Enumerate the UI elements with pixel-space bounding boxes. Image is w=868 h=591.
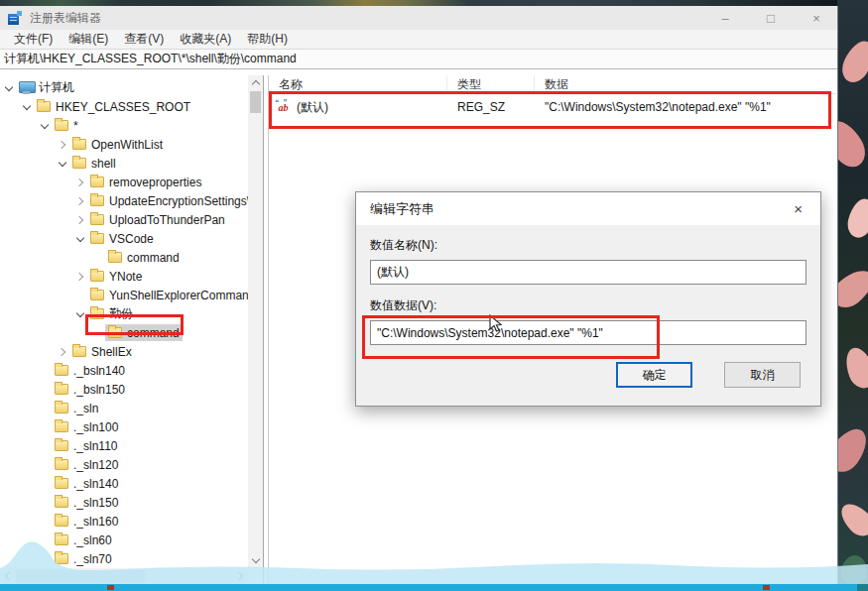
scroll-right-icon[interactable]	[233, 568, 248, 584]
value-data-cell: "C:\Windows\System32\notepad.exe" "%1"	[535, 100, 836, 114]
scroll-up-icon[interactable]	[248, 75, 263, 90]
tree-item-._sln100[interactable]: ._sln100	[0, 417, 248, 436]
tree-item-计算机[interactable]: 计算机	[0, 78, 248, 97]
scroll-down-icon[interactable]	[248, 553, 263, 568]
expander-down-icon[interactable]	[4, 82, 16, 94]
dialog-body: 数值名称(N): (默认) 数值数据(V): "C:\Windows\Syste…	[356, 225, 820, 388]
value-row[interactable]: ab(默认)REG_SZ"C:\Windows\System32\notepad…	[269, 97, 836, 117]
expander-right-icon[interactable]	[58, 139, 69, 151]
menu-item-0[interactable]: 文件(F)	[6, 31, 61, 48]
menu-item-4[interactable]: 帮助(H)	[239, 31, 296, 48]
tree-item-label: 勤份	[109, 305, 133, 322]
folder-icon	[55, 421, 68, 432]
vscroll-thumb[interactable]	[250, 91, 261, 113]
tree-item-label: ._sln	[73, 402, 98, 415]
tree-item-._sln70[interactable]: ._sln70	[0, 549, 248, 568]
tree-item-inner: ._sln120	[52, 456, 121, 473]
tree-item-label: ._sln100	[73, 420, 118, 434]
folder-icon	[55, 365, 68, 376]
value-data-input[interactable]: "C:\Windows\System32\notepad.exe" "%1"	[370, 320, 806, 345]
tree-item-label: UploadToThunderPan	[109, 213, 225, 227]
cancel-button[interactable]: 取消	[724, 362, 801, 388]
menu-item-3[interactable]: 收藏夹(A)	[172, 31, 239, 48]
tree-item-._sln160[interactable]: ._sln160	[0, 512, 248, 531]
tree-item-YNote[interactable]: YNote	[0, 267, 248, 286]
folder-icon	[72, 139, 86, 150]
tree-item-label: YunShellExplorerCommand	[109, 289, 248, 302]
tree-item-勤份[interactable]: 勤份	[0, 304, 248, 323]
tree-item-OpenWithList[interactable]: OpenWithList	[0, 135, 248, 154]
tree-item-label: ._sln120	[73, 458, 118, 472]
title-bar: 注册表编辑器 – □ ×	[0, 6, 837, 30]
close-icon[interactable]: ×	[807, 11, 825, 26]
expander-right-icon[interactable]	[75, 177, 87, 188]
expander-spacer	[40, 403, 52, 414]
tree-item-UpdateEncryptionSettings\[interactable]: UpdateEncryptionSettings\	[0, 191, 248, 210]
ok-button[interactable]: 确定	[616, 362, 692, 388]
tree-item-inner: ._bsln140	[52, 362, 128, 379]
tree-item-command[interactable]: command	[0, 323, 248, 342]
address-bar[interactable]: 计算机\HKEY_CLASSES_ROOT\*\shell\勤份\command	[0, 50, 837, 69]
tree-item-._sln[interactable]: ._sln	[0, 399, 248, 417]
expander-down-icon[interactable]	[75, 308, 87, 320]
expander-down-icon[interactable]	[75, 233, 87, 245]
tree-item-._sln150[interactable]: ._sln150	[0, 493, 248, 512]
tree-item-inner: 勤份	[87, 305, 136, 322]
tree-vertical-scrollbar[interactable]	[248, 75, 263, 568]
computer-icon	[19, 81, 34, 94]
column-header-type[interactable]: 类型	[447, 75, 535, 94]
tree-item-._bsln140[interactable]: ._bsln140	[0, 361, 248, 380]
expander-spacer	[40, 534, 52, 546]
minimize-icon[interactable]: –	[716, 11, 734, 26]
column-header-data[interactable]: 数据	[535, 75, 836, 94]
tree-item-removeproperties[interactable]: removeproperties	[0, 173, 248, 191]
expander-down-icon[interactable]	[22, 101, 34, 113]
address-path: 计算机\HKEY_CLASSES_ROOT\*\shell\勤份\command	[4, 51, 297, 67]
folder-icon	[37, 101, 51, 112]
progress-marker	[763, 585, 770, 590]
petal-shape	[837, 422, 868, 479]
folder-icon	[55, 478, 68, 489]
tree-item-label: ._sln110	[73, 439, 117, 453]
tree-item-ShellEx[interactable]: ShellEx	[0, 342, 248, 361]
dialog-close-icon[interactable]: ×	[790, 200, 806, 217]
video-progress-bar[interactable]	[0, 584, 868, 591]
tree-item-HKEY_CLASSES_ROOT[interactable]: HKEY_CLASSES_ROOT	[0, 97, 248, 116]
mouse-cursor-icon	[488, 314, 502, 334]
column-header-name[interactable]: 名称	[269, 75, 447, 94]
tree-item-._sln140[interactable]: ._sln140	[0, 474, 248, 493]
menu-bar: 文件(F)编辑(E)查看(V)收藏夹(A)帮助(H)	[0, 30, 837, 50]
menu-item-2[interactable]: 查看(V)	[116, 31, 172, 48]
expander-spacer	[40, 553, 52, 565]
hscroll-thumb[interactable]	[16, 570, 145, 582]
expander-right-icon[interactable]	[58, 346, 69, 358]
tree-item-._sln110[interactable]: ._sln110	[0, 436, 248, 455]
tree-item-label: YNote	[109, 270, 142, 284]
tree-item-command[interactable]: command	[0, 248, 248, 267]
tree-horizontal-scrollbar[interactable]	[0, 568, 248, 584]
folder-icon	[90, 271, 104, 282]
menu-item-1[interactable]: 编辑(E)	[61, 31, 116, 48]
tree-item-._bsln150[interactable]: ._bsln150	[0, 380, 248, 399]
tree-item-inner: ._sln	[52, 400, 101, 416]
tree-item-shell[interactable]: shell	[0, 154, 248, 173]
tree-item-YunShellExplorerCommand[interactable]: YunShellExplorerCommand	[0, 286, 248, 304]
expander-right-icon[interactable]	[75, 271, 87, 283]
progress-marker	[107, 585, 114, 590]
scroll-left-icon[interactable]	[0, 568, 15, 584]
expander-right-icon[interactable]	[75, 214, 87, 226]
expander-spacer	[40, 478, 52, 490]
expander-down-icon[interactable]	[40, 120, 52, 132]
tree-item-inner: ._sln110	[52, 437, 120, 454]
expander-down-icon[interactable]	[58, 158, 69, 170]
tree-item-label: HKEY_CLASSES_ROOT	[56, 100, 190, 114]
tree-item-._sln120[interactable]: ._sln120	[0, 455, 248, 474]
expander-right-icon[interactable]	[75, 195, 87, 207]
maximize-icon[interactable]: □	[762, 11, 780, 26]
tree-item-UploadToThunderPan[interactable]: UploadToThunderPan	[0, 210, 248, 229]
folder-icon	[90, 214, 104, 225]
tree-item-VSCode[interactable]: VSCode	[0, 229, 248, 248]
tree-item-._sln60[interactable]: ._sln60	[0, 531, 248, 549]
tree-item-*[interactable]: *	[0, 116, 248, 135]
tree-item-inner: OpenWithList	[69, 136, 166, 153]
